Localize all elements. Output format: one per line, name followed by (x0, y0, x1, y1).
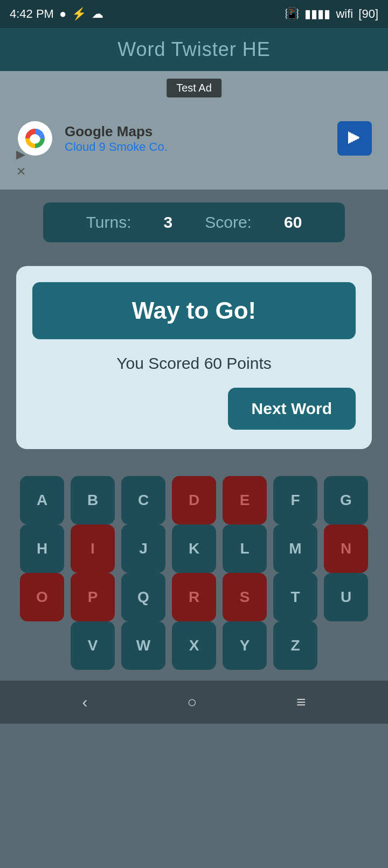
cloud-icon: ☁ (92, 7, 103, 21)
modal-header: Way to Go! (32, 282, 356, 339)
keyboard-row-2: OPQRSTU (9, 573, 379, 621)
key-w[interactable]: W (121, 621, 165, 670)
score-bar-container: Turns: 3 Score: 60 (0, 190, 388, 255)
status-right: 📳 ▮▮▮▮ wifi [90] (285, 7, 378, 21)
whatsapp-icon: ● (59, 7, 66, 21)
key-t[interactable]: T (273, 573, 317, 621)
modal-score-text: You Scored 60 Points (32, 354, 356, 373)
back-button[interactable]: ‹ (82, 693, 87, 711)
keyboard-row-3: VWXYZ (9, 621, 379, 670)
usb-icon: ⚡ (72, 7, 86, 21)
key-y[interactable]: Y (223, 621, 267, 670)
key-q[interactable]: Q (121, 573, 165, 621)
turns-label: Turns: (86, 213, 131, 232)
battery-display: [90] (358, 7, 378, 21)
status-bar: 4:42 PM ● ⚡ ☁ 📳 ▮▮▮▮ wifi [90] (0, 0, 388, 28)
vibrate-icon: 📳 (285, 7, 299, 21)
next-word-button[interactable]: Next Word (228, 388, 356, 430)
key-z[interactable]: Z (273, 621, 317, 670)
score-value: 60 (284, 213, 302, 232)
score-bar: Turns: 3 Score: 60 (43, 202, 345, 242)
key-v[interactable]: V (71, 621, 115, 670)
key-i[interactable]: I (71, 524, 115, 573)
turns-value: 3 (164, 213, 173, 232)
ad-banner: Test Ad Google Maps Cloud 9 Smoke Co. ⯈ … (0, 71, 388, 190)
key-h[interactable]: H (20, 524, 64, 573)
ad-subtitle: Cloud 9 Smoke Co. (65, 140, 168, 154)
modal-container: Way to Go! You Scored 60 Points Next Wor… (0, 255, 388, 465)
ad-controls: ▶ ✕ (16, 148, 26, 179)
nav-bar: ‹ ○ ≡ (0, 681, 388, 724)
status-left: 4:42 PM ● ⚡ ☁ (10, 7, 103, 21)
keyboard: ABCDEFGHIJKLMNOPQRSTUVWXYZ (9, 476, 379, 670)
ad-navigation-icon[interactable]: ⯈ (337, 121, 372, 156)
wifi-icon: wifi (336, 7, 353, 21)
menu-button[interactable]: ≡ (296, 693, 306, 711)
modal-title: Way to Go! (132, 297, 257, 324)
key-j[interactable]: J (121, 524, 165, 573)
key-k[interactable]: K (172, 524, 216, 573)
key-l[interactable]: L (223, 524, 267, 573)
key-u[interactable]: U (324, 573, 368, 621)
key-g[interactable]: G (324, 476, 368, 524)
key-a[interactable]: A (20, 476, 64, 524)
ad-content: Google Maps Cloud 9 Smoke Co. ⯈ (0, 120, 388, 157)
key-x[interactable]: X (172, 621, 216, 670)
ad-label: Test Ad (167, 79, 221, 97)
key-m[interactable]: M (273, 524, 317, 573)
ad-close-icon[interactable]: ✕ (16, 165, 26, 179)
modal: Way to Go! You Scored 60 Points Next Wor… (16, 266, 372, 449)
ad-left: Google Maps Cloud 9 Smoke Co. (16, 120, 168, 157)
ad-text: Google Maps Cloud 9 Smoke Co. (65, 123, 168, 154)
key-p[interactable]: P (71, 573, 115, 621)
key-e[interactable]: E (223, 476, 267, 524)
ad-play-icon[interactable]: ▶ (16, 148, 26, 162)
signal-icon: ▮▮▮▮ (304, 7, 330, 21)
keyboard-row-0: ABCDEFG (9, 476, 379, 524)
key-c[interactable]: C (121, 476, 165, 524)
app-title: Word Twister HE (117, 38, 271, 61)
key-b[interactable]: B (71, 476, 115, 524)
key-n[interactable]: N (324, 524, 368, 573)
keyboard-container: ABCDEFGHIJKLMNOPQRSTUVWXYZ (0, 465, 388, 681)
key-o[interactable]: O (20, 573, 64, 621)
score-label: Score: (205, 213, 252, 232)
ad-company-name: Google Maps (65, 123, 168, 140)
time-display: 4:42 PM (10, 7, 54, 21)
key-s[interactable]: S (223, 573, 267, 621)
modal-footer: Next Word (32, 388, 356, 430)
key-d[interactable]: D (172, 476, 216, 524)
key-r[interactable]: R (172, 573, 216, 621)
title-bar: Word Twister HE (0, 28, 388, 71)
keyboard-row-1: HIJKLMN (9, 524, 379, 573)
key-f[interactable]: F (273, 476, 317, 524)
home-button[interactable]: ○ (187, 693, 197, 711)
